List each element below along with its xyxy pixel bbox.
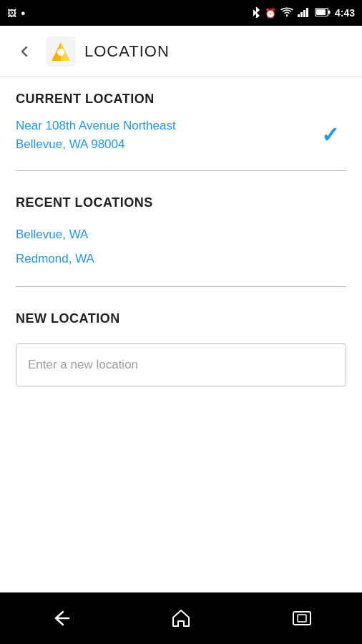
svg-rect-14 <box>298 615 306 622</box>
signal-icon <box>298 7 310 19</box>
app-bar: LOCATION <box>0 26 362 77</box>
address-line-1[interactable]: Near 108th Avenue Northeast <box>16 117 176 135</box>
svg-point-11 <box>57 49 64 56</box>
new-location-title: NEW LOCATION <box>16 311 346 326</box>
current-location-title: CURRENT LOCATION <box>16 92 346 107</box>
app-title: LOCATION <box>84 42 170 61</box>
svg-point-2 <box>286 14 288 16</box>
nav-home-button[interactable] <box>164 602 198 635</box>
svg-rect-3 <box>298 14 300 17</box>
nav-back-button[interactable] <box>43 603 77 633</box>
bluetooth-icon <box>252 6 260 20</box>
divider-2 <box>16 286 346 287</box>
selected-checkmark: ✓ <box>321 122 339 147</box>
svg-rect-6 <box>306 8 308 17</box>
recent-locations-title: RECENT LOCATIONS <box>16 195 346 210</box>
notification-icon: ● <box>21 9 26 17</box>
wifi-icon <box>280 7 293 19</box>
current-location-row: Near 108th Avenue Northeast Bellevue, WA… <box>16 117 346 153</box>
recent-location-item-0[interactable]: Bellevue, WA <box>16 220 346 245</box>
address-line-2[interactable]: Bellevue, WA 98004 <box>16 135 176 154</box>
svg-rect-4 <box>300 12 303 17</box>
location-address: Near 108th Avenue Northeast Bellevue, WA… <box>16 117 176 153</box>
time-display: 4:43 <box>335 7 355 19</box>
main-content: CURRENT LOCATION Near 108th Avenue North… <box>0 77 362 592</box>
status-bar: 🖼 ● ⏰ <box>0 0 362 26</box>
recent-location-item-1[interactable]: Redmond, WA <box>16 245 346 269</box>
app-icon <box>46 36 76 67</box>
new-location-section: NEW LOCATION <box>0 297 362 394</box>
photo-icon: 🖼 <box>7 8 16 19</box>
nav-bar <box>0 592 362 644</box>
current-location-section: CURRENT LOCATION Near 108th Avenue North… <box>0 77 362 160</box>
alarm-icon: ⏰ <box>265 8 276 19</box>
recent-locations-section: RECENT LOCATIONS Bellevue, WA Redmond, W… <box>0 181 362 276</box>
svg-rect-13 <box>293 612 310 625</box>
svg-rect-5 <box>303 10 305 17</box>
svg-rect-9 <box>328 10 331 14</box>
back-button[interactable] <box>11 39 37 64</box>
battery-icon <box>315 8 331 19</box>
status-bar-left: 🖼 ● <box>7 8 26 19</box>
status-bar-right: ⏰ 4:43 <box>252 6 355 20</box>
new-location-input[interactable] <box>16 343 346 386</box>
svg-rect-8 <box>316 9 326 15</box>
nav-recent-button[interactable] <box>285 603 319 633</box>
divider-1 <box>16 170 346 171</box>
